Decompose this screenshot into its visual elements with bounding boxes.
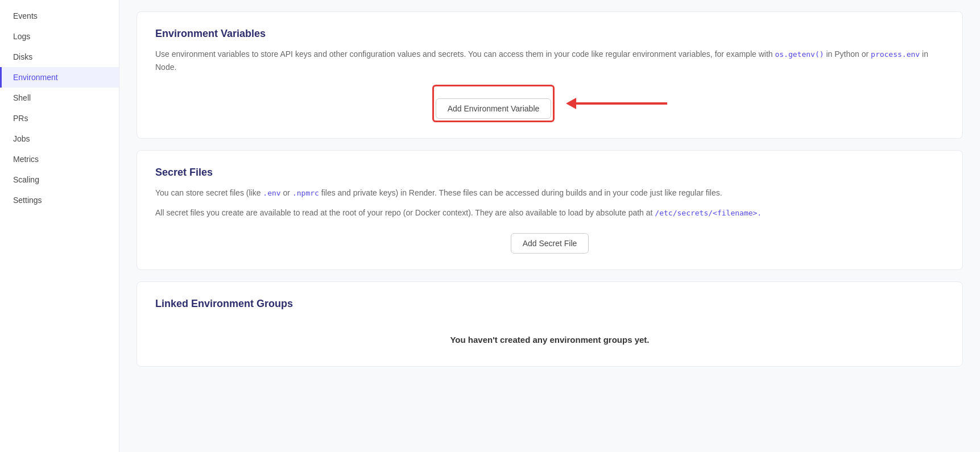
secret-files-btn-wrap: Add Secret File xyxy=(155,223,944,254)
secret-files-card: Secret Files You can store secret files … xyxy=(137,150,963,270)
sidebar-item-prs[interactable]: PRs xyxy=(0,108,119,128)
main-content: Environment Variables Use environment va… xyxy=(119,0,980,452)
sidebar: Events Logs Disks Environment Shell PRs … xyxy=(0,0,119,452)
secret-files-desc1c: files and private keys) in Render. These… xyxy=(321,188,722,197)
env-vars-code1: os.getenv() xyxy=(775,50,824,59)
secret-files-desc2: All secret files you create are availabl… xyxy=(155,206,944,219)
sidebar-item-jobs[interactable]: Jobs xyxy=(0,128,119,149)
sidebar-label-environment: Environment xyxy=(13,73,58,82)
sidebar-label-events: Events xyxy=(13,11,38,20)
env-vars-description: Use environment variables to store API k… xyxy=(155,48,944,73)
sidebar-label-jobs: Jobs xyxy=(13,134,30,143)
secret-files-desc2-text: All secret files you create are availabl… xyxy=(155,208,655,217)
add-env-var-highlight: Add Environment Variable xyxy=(432,85,555,122)
add-env-var-button[interactable]: Add Environment Variable xyxy=(436,98,552,119)
linked-groups-card: Linked Environment Groups You haven't cr… xyxy=(137,281,963,367)
sidebar-label-metrics: Metrics xyxy=(13,155,39,164)
add-secret-file-button[interactable]: Add Secret File xyxy=(511,233,589,254)
arrow-indicator xyxy=(566,98,667,109)
sidebar-item-logs[interactable]: Logs xyxy=(0,26,119,47)
arrow-head-icon xyxy=(566,98,576,109)
env-vars-code2: process.env xyxy=(871,50,920,59)
secret-files-desc1b: or xyxy=(283,188,292,197)
sidebar-item-scaling[interactable]: Scaling xyxy=(0,169,119,190)
secret-files-code1: .env xyxy=(263,189,280,197)
sidebar-item-environment[interactable]: Environment xyxy=(0,67,119,88)
sidebar-item-settings[interactable]: Settings xyxy=(0,190,119,210)
secret-files-desc1-text: You can store secret files (like xyxy=(155,188,263,197)
sidebar-label-disks: Disks xyxy=(13,52,32,61)
sidebar-item-events[interactable]: Events xyxy=(0,6,119,26)
env-vars-desc-text: Use environment variables to store API k… xyxy=(155,49,773,59)
sidebar-label-prs: PRs xyxy=(13,114,28,123)
sidebar-label-shell: Shell xyxy=(13,93,31,102)
sidebar-label-settings: Settings xyxy=(13,196,42,205)
arrow-line xyxy=(576,102,667,105)
sidebar-item-metrics[interactable]: Metrics xyxy=(0,149,119,169)
sidebar-label-scaling: Scaling xyxy=(13,175,39,184)
secret-files-title: Secret Files xyxy=(155,167,944,179)
sidebar-label-logs: Logs xyxy=(13,32,30,41)
secret-files-code2: .npmrc xyxy=(292,189,319,197)
linked-groups-empty: You haven't created any environment grou… xyxy=(155,318,944,350)
sidebar-item-shell[interactable]: Shell xyxy=(0,88,119,108)
sidebar-item-disks[interactable]: Disks xyxy=(0,47,119,67)
secret-files-desc1: You can store secret files (like .env or… xyxy=(155,186,944,200)
env-vars-btn-row: Add Environment Variable xyxy=(155,85,944,122)
linked-groups-title: Linked Environment Groups xyxy=(155,298,944,310)
env-vars-title: Environment Variables xyxy=(155,28,944,40)
env-vars-mid-text: in Python or xyxy=(826,49,871,59)
secret-files-code3: /etc/secrets/<filename>. xyxy=(655,209,762,217)
env-vars-card: Environment Variables Use environment va… xyxy=(137,11,963,139)
